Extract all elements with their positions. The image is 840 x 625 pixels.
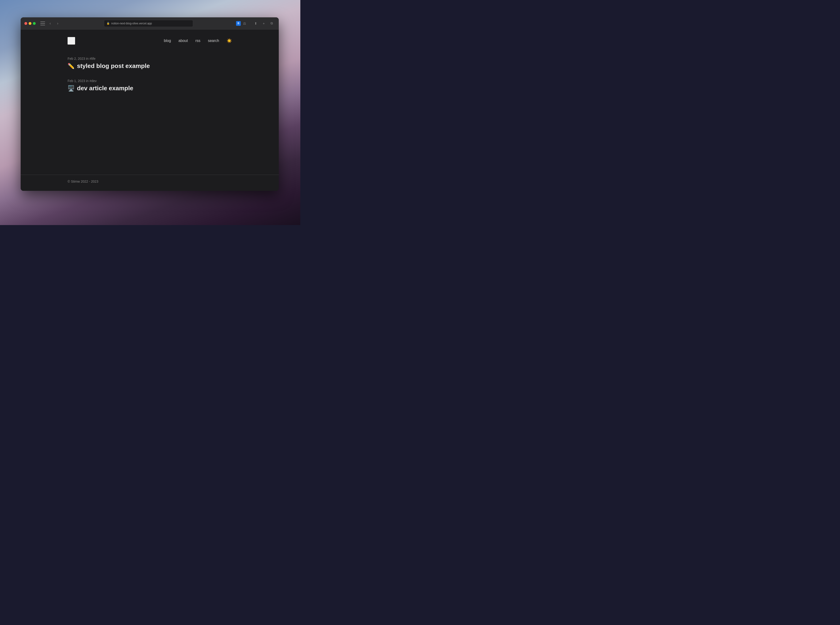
lock-icon: 🔒 — [106, 22, 110, 25]
share-button[interactable]: ⬆ — [252, 20, 259, 27]
browser-chrome: ‹ › 🔒 notion-next-blog-olive.vercel.app … — [21, 17, 279, 30]
post-title-link[interactable]: 🖥️ dev article example — [68, 85, 232, 92]
post-category: #life — [89, 57, 95, 61]
close-button[interactable] — [24, 22, 27, 25]
extension-bitwarden[interactable]: B — [236, 21, 241, 26]
site-logo[interactable] — [68, 37, 75, 45]
browser-controls: ‹ › — [41, 20, 61, 27]
nav-search[interactable]: search — [208, 39, 219, 43]
post-title-text: styled blog post example — [77, 62, 150, 70]
post-title-link[interactable]: ✏️ styled blog post example — [68, 62, 232, 70]
post-in: in — [86, 79, 90, 83]
new-tab-button[interactable]: + — [260, 20, 267, 27]
maximize-button[interactable] — [33, 22, 36, 25]
browser-window: ‹ › 🔒 notion-next-blog-olive.vercel.app … — [21, 17, 279, 191]
traffic-lights — [24, 22, 36, 25]
post-title-text: dev article example — [77, 85, 133, 92]
site-header: blog about rss search ☀️ — [21, 30, 279, 52]
blog-post-item: Feb 1, 2023 in #dev 🖥️ dev article examp… — [68, 79, 232, 92]
site-footer: © Stimw 2022 - 2023 — [21, 175, 279, 191]
nav-rss[interactable]: rss — [195, 39, 200, 43]
post-date: Feb 2, 2023 — [68, 57, 85, 61]
site-nav: blog about rss search ☀️ — [164, 38, 232, 44]
blog-posts-list: Feb 2, 2023 in #life ✏️ styled blog post… — [21, 52, 279, 175]
browser-extensions: B ⚖ — [236, 21, 247, 26]
nav-blog[interactable]: blog — [164, 39, 171, 43]
sidebar-toggle-icon[interactable] — [41, 22, 45, 25]
minimize-button[interactable] — [29, 22, 31, 25]
post-emoji: ✏️ — [68, 63, 75, 69]
extension-misc[interactable]: ⚖ — [242, 21, 247, 26]
url-text: notion-next-blog-olive.vercel.app — [111, 22, 152, 25]
address-bar[interactable]: 🔒 notion-next-blog-olive.vercel.app — [104, 20, 193, 27]
tab-overview-button[interactable]: ⧉ — [268, 20, 275, 27]
address-bar-container: 🔒 notion-next-blog-olive.vercel.app — [69, 20, 229, 27]
browser-actions: ⬆ + ⧉ — [252, 20, 275, 27]
post-meta: Feb 2, 2023 in #life — [68, 57, 232, 61]
post-category: #dev — [89, 79, 97, 83]
post-emoji: 🖥️ — [68, 85, 75, 92]
post-date: Feb 1, 2023 — [68, 79, 85, 83]
footer-copyright: © Stimw 2022 - 2023 — [68, 180, 232, 183]
back-button[interactable]: ‹ — [47, 20, 53, 27]
post-in: in — [86, 57, 90, 61]
blog-post-item: Feb 2, 2023 in #life ✏️ styled blog post… — [68, 57, 232, 70]
forward-button[interactable]: › — [55, 20, 61, 27]
website-content: blog about rss search ☀️ Feb 2, 2023 in … — [21, 30, 279, 191]
nav-about[interactable]: about — [179, 39, 188, 43]
theme-toggle-button[interactable]: ☀️ — [227, 38, 232, 44]
post-meta: Feb 1, 2023 in #dev — [68, 79, 232, 83]
